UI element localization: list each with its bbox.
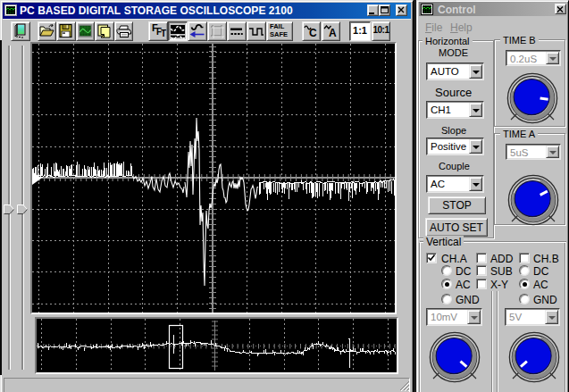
svg-text:C: C [309,27,317,39]
svg-text:A: A [329,27,337,39]
